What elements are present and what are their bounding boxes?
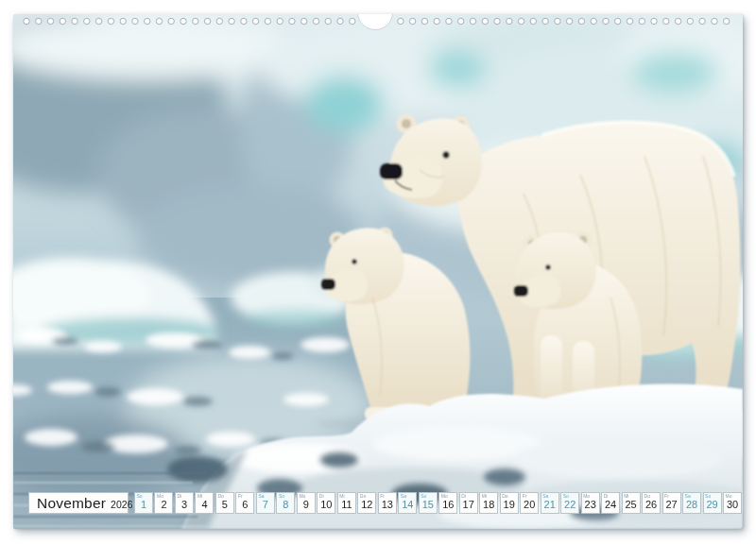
- binding-hole: [325, 18, 331, 24]
- binding-hole: [120, 18, 126, 24]
- weekday-abbr: Sa: [401, 494, 406, 499]
- binding-hole: [108, 18, 113, 24]
- weekday-abbr: So: [421, 494, 426, 499]
- binding-hole: [216, 18, 222, 24]
- binding-hole: [639, 18, 644, 24]
- binding-hole: [578, 18, 584, 24]
- weekday-abbr: So: [705, 494, 711, 499]
- day-cell: Do19: [500, 492, 519, 514]
- day-cell: Fr20: [520, 492, 539, 514]
- binding-hole: [277, 18, 283, 24]
- binding-hole: [204, 18, 210, 24]
- binding-hole: [47, 18, 53, 24]
- day-number: 25: [625, 500, 636, 513]
- binding-hole: [566, 18, 572, 24]
- binding-hole: [615, 18, 621, 24]
- binding-hole: [313, 18, 318, 24]
- binding-hole: [507, 18, 512, 24]
- weekday-abbr: Mi: [624, 494, 628, 499]
- day-cell: Di17: [459, 492, 478, 514]
- day-cell: So15: [419, 492, 438, 514]
- binding-hole: [699, 18, 705, 24]
- day-number: 28: [686, 500, 697, 513]
- weekday-abbr: Sa: [685, 494, 691, 499]
- weekday-abbr: So: [137, 494, 143, 499]
- day-cell: Mi11: [337, 492, 356, 514]
- binding-hole: [241, 18, 247, 24]
- weekday-abbr: Di: [319, 494, 324, 499]
- weekday-abbr: Do: [217, 494, 223, 499]
- day-cell: So8: [276, 492, 295, 514]
- binding-hole: [145, 18, 150, 24]
- binding-hole: [687, 18, 693, 24]
- day-number: 23: [585, 500, 596, 513]
- day-cell: Sa7: [256, 492, 275, 514]
- day-number: 10: [320, 500, 332, 513]
- day-cell: Di3: [175, 492, 194, 514]
- weekday-abbr: Fr: [523, 494, 527, 499]
- day-cell: Do5: [215, 492, 234, 514]
- day-number: 4: [201, 500, 207, 513]
- day-number: 26: [645, 500, 657, 513]
- weekday-abbr: Di: [177, 494, 181, 499]
- weekday-abbr: Mo: [726, 494, 732, 499]
- day-cell: Sa14: [398, 492, 417, 514]
- weekday-abbr: So: [279, 494, 284, 499]
- binding-hole: [494, 18, 500, 24]
- polar-bear-photo: [13, 14, 743, 529]
- binding-hole: [651, 18, 657, 24]
- binding-hole: [24, 18, 29, 24]
- weekday-abbr: Mo: [441, 494, 448, 499]
- binding-hole: [555, 18, 560, 24]
- weekday-abbr: Do: [502, 494, 507, 499]
- binding-hole: [712, 18, 717, 24]
- binding-hole: [458, 18, 464, 24]
- weekday-abbr: Sa: [258, 494, 264, 499]
- day-cell: Do12: [357, 492, 376, 514]
- binding-hole: [156, 18, 162, 24]
- binding-hole: [434, 18, 439, 24]
- binding-hole: [36, 18, 42, 24]
- day-cell: Mi4: [195, 492, 214, 514]
- binding-hole: [398, 18, 404, 24]
- day-cell: So1: [134, 492, 153, 514]
- day-number: 8: [283, 500, 288, 513]
- binding-hole: [132, 18, 138, 24]
- binding-hole: [603, 18, 609, 24]
- binding-hole: [193, 18, 198, 24]
- day-cell: Mo30: [723, 492, 742, 514]
- day-cell: Di24: [601, 492, 620, 514]
- weekday-abbr: Mi: [198, 494, 202, 499]
- day-cell: So22: [560, 492, 579, 514]
- binding-hole: [84, 18, 90, 24]
- day-number: 1: [141, 500, 146, 513]
- day-number: 15: [422, 500, 434, 513]
- binding-hole: [301, 18, 307, 24]
- binding-hole: [180, 18, 186, 24]
- day-number: 11: [341, 500, 352, 513]
- calendar-page: November 2026 So1Mo2Di3Mi4Do5Fr6Sa7So8Mo…: [13, 14, 743, 529]
- day-cell: Mi25: [622, 492, 641, 514]
- weekday-abbr: Mi: [482, 494, 487, 499]
- binding-hole: [663, 18, 669, 24]
- day-cell: Sa21: [541, 492, 559, 514]
- day-strip: So1Mo2Di3Mi4Do5Fr6Sa7So8Mo9Di10Mi11Do12F…: [134, 492, 742, 514]
- binding-hole: [72, 18, 77, 24]
- binding-hole: [289, 18, 295, 24]
- weekday-abbr: Do: [360, 494, 366, 499]
- binding-hole: [168, 18, 174, 24]
- day-number: 27: [665, 500, 677, 513]
- day-number: 21: [544, 500, 556, 513]
- binding-hole: [518, 18, 524, 24]
- binding-hole: [482, 18, 488, 24]
- weekday-abbr: Fr: [238, 494, 243, 499]
- calendar-strip: November 2026 So1Mo2Di3Mi4Do5Fr6Sa7So8Mo…: [13, 492, 743, 514]
- day-cell: Do26: [642, 492, 661, 514]
- day-number: 13: [382, 500, 393, 513]
- day-number: 16: [442, 500, 454, 513]
- weekday-abbr: Do: [644, 494, 650, 499]
- weekday-abbr: Mo: [157, 494, 163, 499]
- binding-hole: [95, 18, 101, 24]
- day-number: 2: [161, 500, 166, 513]
- weekday-abbr: Mo: [583, 494, 590, 499]
